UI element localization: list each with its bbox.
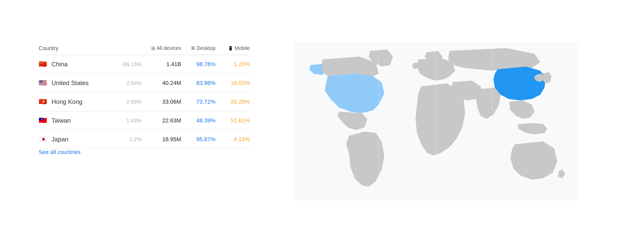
alldevices-column-header: ⊞ All devices bbox=[147, 45, 181, 51]
mobile-value: 51.61% bbox=[216, 117, 250, 124]
desktop-value: 48.39% bbox=[181, 117, 215, 124]
mobile-icon: 📱 bbox=[228, 46, 233, 51]
desktop-header-label: Desktop bbox=[197, 45, 215, 51]
flag-jp: 🇯🇵 bbox=[39, 136, 48, 143]
country-column-header: Country bbox=[39, 45, 122, 52]
country-cell: 🇹🇼 Taiwan bbox=[39, 117, 122, 124]
alldevices-value: 33.06M bbox=[147, 98, 181, 105]
table-row: 🇺🇸 United States 2.54% 40.24M 83.98% 16.… bbox=[39, 74, 250, 93]
alldevices-icon: ⊞ bbox=[151, 46, 155, 51]
country-name: China bbox=[52, 61, 68, 68]
alldevices-value: 1.41B bbox=[147, 61, 181, 68]
mobile-header-label: Mobile bbox=[235, 45, 250, 51]
country-header-label: Country bbox=[39, 45, 58, 51]
country-table: Country ⊞ All devices 🖥 Desktop 📱 Mobile… bbox=[39, 42, 250, 156]
alldevices-value: 22.63M bbox=[147, 117, 181, 124]
flag-us: 🇺🇸 bbox=[39, 80, 48, 86]
alldevices-value: 40.24M bbox=[147, 80, 181, 86]
mobile-value: 4.13% bbox=[216, 136, 250, 143]
desktop-value: 73.72% bbox=[181, 98, 215, 105]
country-cell: 🇺🇸 United States bbox=[39, 79, 122, 87]
mobile-value: 1.22% bbox=[216, 61, 250, 68]
mobile-column-header: 📱 Mobile bbox=[216, 45, 250, 51]
see-all-countries-link[interactable]: See all countries bbox=[39, 149, 81, 155]
share-percent: 2.09% bbox=[122, 99, 147, 105]
table-row: 🇭🇰 Hong Kong 2.09% 33.06M 73.72% 26.28% bbox=[39, 93, 250, 111]
main-container: Country ⊞ All devices 🖥 Desktop 📱 Mobile… bbox=[39, 32, 605, 212]
country-cell: 🇭🇰 Hong Kong bbox=[39, 98, 122, 105]
country-cell: 🇨🇳 China bbox=[39, 61, 122, 68]
flag-hk: 🇭🇰 bbox=[39, 98, 48, 105]
desktop-value: 95.87% bbox=[181, 136, 215, 143]
table-row: 🇯🇵 Japan 1.2% 18.95M 95.87% 4.13% bbox=[39, 130, 250, 149]
alldevices-header-label: All devices bbox=[157, 45, 181, 51]
country-name: Taiwan bbox=[52, 117, 71, 124]
world-map bbox=[294, 42, 577, 201]
world-map-section bbox=[250, 42, 605, 201]
country-name: United States bbox=[52, 79, 89, 87]
mobile-value: 26.28% bbox=[216, 98, 250, 105]
country-name: Hong Kong bbox=[52, 98, 82, 105]
flag-cn: 🇨🇳 bbox=[39, 61, 48, 68]
flag-tw: 🇹🇼 bbox=[39, 117, 48, 124]
country-cell: 🇯🇵 Japan bbox=[39, 136, 122, 143]
table-row: 🇹🇼 Taiwan 1.43% 22.63M 48.39% 51.61% bbox=[39, 111, 250, 130]
table-body: 🇨🇳 China 89.15% 1.41B 98.78% 1.22% 🇺🇸 Un… bbox=[39, 55, 250, 149]
share-percent: 1.2% bbox=[122, 136, 147, 142]
share-percent: 89.15% bbox=[122, 61, 147, 67]
share-percent: 1.43% bbox=[122, 118, 147, 124]
share-percent: 2.54% bbox=[122, 80, 147, 86]
table-row: 🇨🇳 China 89.15% 1.41B 98.78% 1.22% bbox=[39, 55, 250, 74]
country-name: Japan bbox=[52, 136, 68, 143]
mobile-value: 16.02% bbox=[216, 80, 250, 86]
alldevices-value: 18.95M bbox=[147, 136, 181, 143]
desktop-icon: 🖥 bbox=[190, 46, 195, 51]
desktop-value: 83.98% bbox=[181, 80, 215, 86]
desktop-value: 98.78% bbox=[181, 61, 215, 68]
desktop-column-header: 🖥 Desktop bbox=[181, 45, 215, 51]
table-header: Country ⊞ All devices 🖥 Desktop 📱 Mobile bbox=[39, 42, 250, 55]
